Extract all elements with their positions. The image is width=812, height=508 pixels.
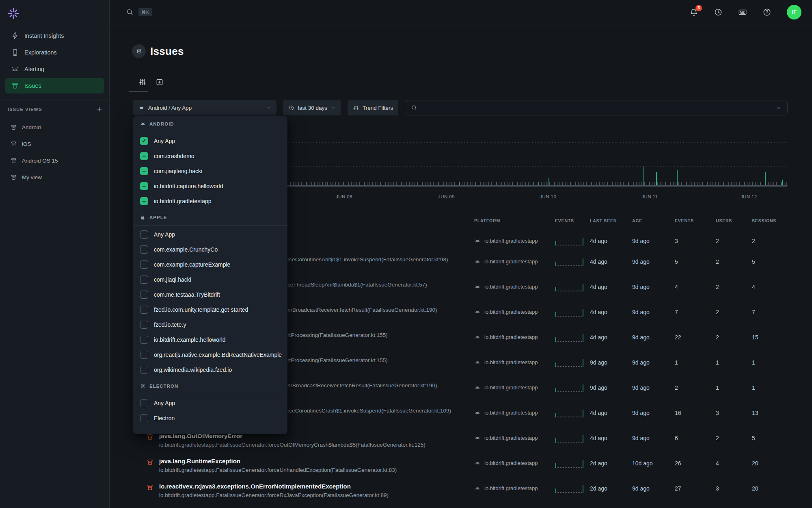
checkbox[interactable]: [140, 137, 148, 145]
issue-search-input[interactable]: [421, 105, 772, 111]
table-row[interactable]: java.lang.OutOfMemoryError io.bitdrift.g…: [140, 430, 796, 456]
age-cell: 9d ago: [629, 383, 672, 405]
app-option-label: com.jiaqifeng.hacki: [154, 168, 202, 174]
checkbox[interactable]: [140, 261, 148, 269]
app-option[interactable]: io.bitdrift.example.helloworld: [133, 332, 287, 347]
divider: [133, 394, 287, 394]
app-option-label: io.bitdrift.example.helloworld: [154, 336, 226, 343]
checkbox[interactable]: [140, 197, 148, 205]
primary-nav: Instant Insights Explorations Alerting I…: [0, 27, 109, 95]
app-option[interactable]: com.me.testaaa.TryBitdrift: [133, 287, 287, 302]
help-button[interactable]: [762, 8, 771, 17]
app-filter-dropdown[interactable]: Android / Any App: [133, 100, 276, 115]
checkbox[interactable]: [140, 351, 148, 359]
sidebar-item-issues[interactable]: Issues: [5, 78, 104, 93]
app-option[interactable]: org.wikimedia.wikipedia.fzed.io: [133, 362, 287, 377]
active-tab-indicator: [129, 91, 148, 92]
app-option[interactable]: io.bitdrift.capture.helloworld: [133, 178, 287, 193]
last-seen-cell: 4d ago: [587, 257, 629, 279]
app-option[interactable]: fzed.io.tete.y: [133, 317, 287, 332]
age-cell: 9d ago: [629, 434, 672, 456]
app-option[interactable]: Any App: [133, 227, 287, 242]
app-option[interactable]: Any App: [133, 133, 287, 148]
app-option-label: fzed.io.com.unity.template.get-started: [154, 306, 248, 313]
app-option[interactable]: Electron: [133, 410, 287, 426]
checkbox[interactable]: [140, 399, 148, 407]
history-button[interactable]: [714, 8, 723, 17]
platform-app-name: io.bitdrift.gradletestapp: [484, 308, 538, 330]
table-row[interactable]: java.lang.RuntimeException io.bitdrift.g…: [140, 456, 796, 481]
time-range-dropdown[interactable]: last 30 days: [283, 100, 341, 115]
app-option[interactable]: com.jiaqi.hacki: [133, 272, 287, 287]
android-icon: [474, 410, 481, 416]
checkbox[interactable]: [140, 276, 148, 284]
column-header-last-seen[interactable]: LAST SEEN: [587, 218, 629, 223]
app-option[interactable]: fzed.io.com.unity.template.get-started: [133, 302, 287, 317]
sidebar-view-android-os-15[interactable]: Android OS 15: [5, 152, 104, 169]
platform-app-name: io.bitdrift.gradletestapp: [484, 358, 538, 380]
view-box-icon: [10, 124, 17, 131]
app-option[interactable]: com.crashdemo: [133, 148, 287, 163]
checkbox[interactable]: [140, 366, 148, 374]
app-option[interactable]: org.reactjs.native.example.BdReactNative…: [133, 347, 287, 362]
app-option-label: com.jiaqi.hacki: [154, 276, 191, 283]
add-view-button[interactable]: [96, 106, 103, 113]
age-cell: 10d ago: [629, 459, 672, 481]
checkbox[interactable]: [140, 306, 148, 314]
column-header-events-trend[interactable]: EVENTS: [552, 218, 587, 223]
shortcuts-button[interactable]: [738, 8, 747, 17]
app-option[interactable]: io.bitdrift.gradletestapp: [133, 193, 287, 208]
last-seen-cell: 4d ago: [587, 237, 629, 254]
column-header-users[interactable]: USERS: [713, 218, 749, 223]
view-settings-button[interactable]: [138, 78, 147, 86]
checkbox[interactable]: [140, 167, 148, 175]
platform-app-name: io.bitdrift.gradletestapp: [484, 333, 538, 355]
users-count-cell: 2: [713, 257, 749, 279]
app-option[interactable]: com.example.CrunchyCo: [133, 242, 287, 257]
sidebar-item-instant-insights[interactable]: Instant Insights: [5, 28, 104, 43]
checkbox[interactable]: [140, 321, 148, 329]
age-cell: 9d ago: [629, 484, 672, 506]
issue-search[interactable]: [405, 100, 788, 115]
app-filter-panel: ANDROID Any App com.crashdemo com.jiaqif…: [133, 116, 287, 434]
app-option[interactable]: Any App: [133, 395, 287, 410]
platform-cell: io.bitdrift.gradletestapp: [471, 333, 552, 355]
alarm-icon: [11, 65, 19, 73]
issue-title: io.reactivex.rxjava3.exceptions.OnErrorN…: [159, 482, 389, 491]
app-logo-icon[interactable]: [7, 7, 19, 20]
notifications-button[interactable]: 3: [689, 8, 698, 17]
table-row[interactable]: io.reactivex.rxjava3.exceptions.OnErrorN…: [140, 481, 796, 506]
column-header-age[interactable]: AGE: [629, 218, 672, 223]
events-count-cell: 2: [672, 383, 713, 405]
table-row[interactable]: Undetermined ANR: [140, 506, 796, 508]
checkbox[interactable]: [140, 230, 148, 239]
issue-text: ceThreadSleepAnr$lambda$1(FatalIssueGene…: [287, 279, 427, 304]
trend-filters-button[interactable]: Trend Filters: [348, 100, 398, 115]
sidebar-view-ios[interactable]: iOS: [5, 136, 104, 152]
sidebar-item-alerting[interactable]: Alerting: [5, 61, 104, 77]
sidebar-view-my-view[interactable]: My view: [5, 169, 104, 185]
issue-text: java.lang.OutOfMemoryError io.bitdrift.g…: [159, 430, 425, 456]
column-header-sessions[interactable]: SESSIONS: [749, 218, 794, 223]
events-sparkline: [555, 408, 583, 417]
checkbox[interactable]: [140, 414, 148, 422]
app-option[interactable]: com.jiaqifeng.hacki: [133, 163, 287, 178]
checkbox[interactable]: [140, 182, 148, 190]
add-tab-button[interactable]: [155, 78, 164, 86]
avatar[interactable]: IF: [787, 5, 801, 20]
chevron-down-icon[interactable]: [776, 105, 782, 111]
checkbox[interactable]: [140, 152, 148, 160]
app-option[interactable]: com.example.captureExample: [133, 257, 287, 272]
column-header-events[interactable]: EVENTS: [672, 218, 713, 223]
column-header-platform[interactable]: PLATFORM: [471, 218, 552, 223]
checkbox[interactable]: [140, 245, 148, 254]
notification-badge: 3: [695, 5, 702, 11]
dropdown-section-apple: APPLE: [133, 213, 287, 221]
sidebar-item-explorations[interactable]: Explorations: [5, 45, 104, 60]
events-count-cell: 26: [672, 459, 713, 481]
global-search[interactable]: ⌘K: [126, 8, 152, 16]
checkbox[interactable]: [140, 291, 148, 299]
crash-issue-icon: [146, 458, 154, 466]
sidebar-view-android[interactable]: Android: [5, 119, 104, 135]
checkbox[interactable]: [140, 336, 148, 344]
